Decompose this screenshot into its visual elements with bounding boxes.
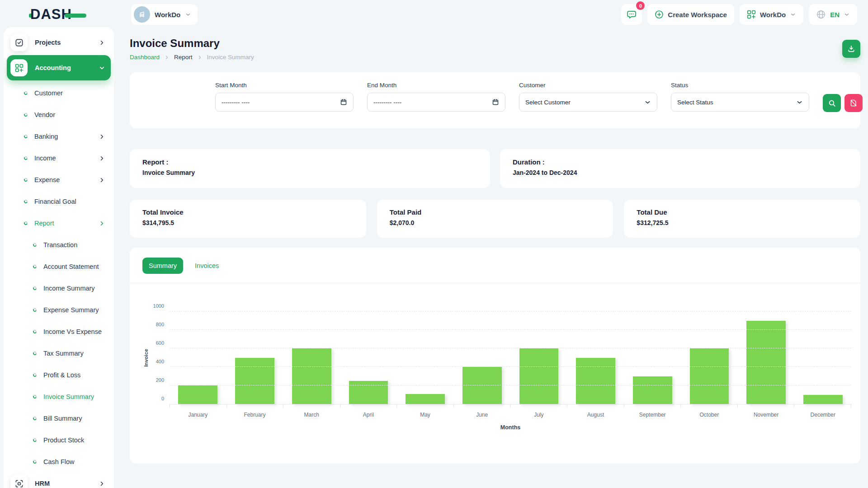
sidebar-item-banking[interactable]: Banking	[7, 126, 111, 147]
create-workspace-button[interactable]: Create Workspace	[647, 4, 734, 25]
sidebar-item-financial-goal[interactable]: Financial Goal	[7, 191, 111, 212]
bar-september[interactable]	[633, 376, 672, 404]
sidebar-item-label: Customer	[34, 89, 63, 97]
x-axis-ticks	[170, 404, 851, 408]
sidebar-item-label: Bill Summary	[43, 415, 82, 422]
chevron-right-icon	[164, 55, 170, 60]
bullet-icon	[33, 351, 37, 356]
sidebar-item-cash-flow[interactable]: Cash Flow	[7, 451, 111, 473]
end-month-input[interactable]: --------- ----	[367, 93, 505, 112]
bar-june[interactable]	[462, 367, 502, 404]
language-selector[interactable]: EN	[809, 4, 857, 25]
sidebar-item-invoice-summary[interactable]: Invoice Summary	[7, 386, 111, 408]
bullet-icon	[33, 243, 37, 247]
logo-dash-icon	[65, 14, 86, 18]
bullet-icon	[33, 416, 37, 421]
sidebar-item-profit-loss[interactable]: Profit & Loss	[7, 364, 111, 386]
sidebar-item-label: HRM	[35, 480, 50, 487]
filter-field-status: Status Select Status	[671, 82, 809, 119]
report-card: Report : Invoice Summary	[130, 149, 490, 188]
workspace-menu-button[interactable]: WorkDo	[740, 4, 803, 25]
breadcrumb-dashboard[interactable]: Dashboard	[130, 54, 160, 61]
sidebar-item-label: Product Stock	[43, 436, 84, 444]
sidebar-item-tax-summary[interactable]: Tax Summary	[7, 343, 111, 364]
chevron-down-icon	[644, 99, 651, 106]
duration-value: Jan-2024 to Dec-2024	[513, 169, 848, 176]
bullet-icon	[33, 373, 37, 377]
sidebar-item-expense[interactable]: Expense	[7, 169, 111, 191]
page-title: Invoice Summary	[130, 37, 254, 50]
stat-label: Total Due	[637, 208, 848, 216]
sidebar-item-label: Expense	[34, 176, 60, 183]
chevron-down-icon	[185, 11, 191, 18]
status-select[interactable]: Select Status	[671, 93, 809, 112]
sidebar-item-vendor[interactable]: Vendor	[7, 104, 111, 126]
axis-tick	[340, 404, 397, 408]
chart-card: SummaryInvoices Invoice 0200400600800100…	[130, 248, 860, 464]
sidebar-item-income-vs-expense[interactable]: Income Vs Expense	[7, 321, 111, 343]
bar-december[interactable]	[803, 395, 843, 404]
workspace-avatar	[134, 6, 150, 23]
sidebar-item-transaction[interactable]: Transaction	[7, 234, 111, 256]
workspace-name: WorkDo	[155, 11, 180, 19]
search-button[interactable]	[823, 94, 841, 112]
gridline	[170, 385, 851, 385]
sidebar-item-label: Cash Flow	[43, 458, 75, 465]
projects-icon	[15, 38, 24, 47]
chevron-right	[99, 177, 105, 183]
filter-spacer	[141, 82, 215, 119]
chevron-right	[99, 220, 105, 227]
calendar-icon	[340, 99, 347, 106]
chevron-down	[99, 65, 105, 71]
bar-april[interactable]	[349, 381, 388, 404]
bar-january[interactable]	[178, 385, 217, 404]
sidebar-item-label: Account Statement	[43, 263, 99, 270]
filter-card: Start Month --------- ---- End Month ---…	[130, 72, 860, 128]
sidebar-item-account-statement[interactable]: Account Statement	[7, 256, 111, 277]
sidebar-item-income-summary[interactable]: Income Summary	[7, 277, 111, 299]
sidebar-item-report[interactable]: Report	[7, 212, 111, 234]
sidebar-item-label: Income Vs Expense	[43, 328, 102, 335]
bar-october[interactable]	[690, 348, 729, 404]
sidebar-item-customer[interactable]: Customer	[7, 82, 111, 104]
bar-november[interactable]	[746, 321, 786, 404]
axis-tick	[454, 404, 511, 408]
sidebar-item-income[interactable]: Income	[7, 147, 111, 169]
chevron-down-icon	[844, 11, 850, 18]
workspace-selector[interactable]: WorkDo	[131, 4, 198, 25]
chevron-right-icon	[99, 177, 105, 183]
filter-field-start-month: Start Month --------- ----	[215, 82, 354, 119]
bar-july[interactable]	[519, 348, 559, 404]
bullet-icon	[33, 286, 37, 291]
download-button[interactable]	[842, 40, 860, 58]
breadcrumb-report[interactable]: Report	[174, 54, 193, 61]
sidebar-item-label: Transaction	[43, 241, 77, 249]
start-month-input[interactable]: --------- ----	[215, 93, 354, 112]
bar-may[interactable]	[406, 394, 445, 404]
sidebar-item-projects[interactable]: Projects	[7, 32, 111, 53]
bullet-icon	[24, 91, 28, 95]
axis-tick	[624, 404, 681, 408]
bar-february[interactable]	[235, 358, 274, 404]
y-tick-label: 0	[161, 396, 164, 401]
x-label-january: January	[170, 412, 226, 418]
reset-filter-button[interactable]	[844, 94, 863, 112]
sidebar-item-product-stock[interactable]: Product Stock	[7, 429, 111, 451]
sidebar-item-accounting[interactable]: Accounting	[7, 55, 111, 80]
chevron-right-icon	[99, 133, 105, 140]
chevron-down-icon	[790, 11, 796, 18]
customer-select[interactable]: Select Customer	[519, 93, 657, 112]
sidebar-item-bill-summary[interactable]: Bill Summary	[7, 408, 111, 429]
sidebar-item-expense-summary[interactable]: Expense Summary	[7, 299, 111, 321]
bar-august[interactable]	[576, 358, 615, 404]
sidebar: ProjectsAccountingCustomerVendorBankingI…	[4, 27, 114, 488]
messages-button[interactable]: 0	[621, 4, 642, 25]
chart-plot-area: Invoice 02004006008001000	[170, 311, 851, 404]
bar-march[interactable]	[292, 348, 331, 404]
sidebar-item-label: Tax Summary	[43, 350, 84, 357]
tab-invoices[interactable]: Invoices	[189, 258, 225, 274]
chevron-right-icon	[99, 155, 105, 162]
x-label-september: September	[624, 412, 681, 418]
tab-summary[interactable]: Summary	[142, 258, 183, 274]
sidebar-item-hrm[interactable]: HRM	[7, 473, 111, 488]
